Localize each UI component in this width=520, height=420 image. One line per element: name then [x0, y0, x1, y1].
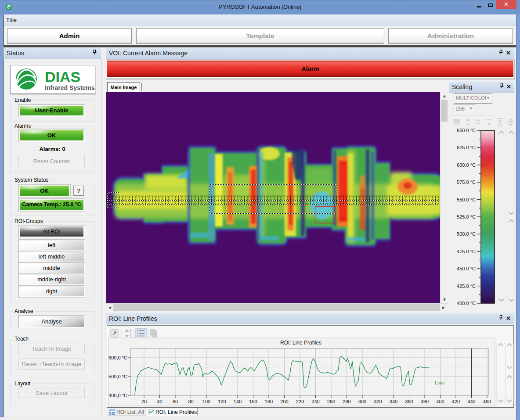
svg-text:220: 220: [296, 399, 304, 404]
svg-text:400,0 °C: 400,0 °C: [108, 393, 127, 398]
svg-text:DIAS: DIAS: [45, 68, 80, 85]
svg-text:200: 200: [280, 399, 288, 404]
svg-text:140: 140: [234, 399, 242, 404]
svg-text:420: 420: [452, 399, 460, 404]
svg-text:Linie: Linie: [435, 380, 445, 385]
svg-text:650.0 °C: 650.0 °C: [457, 128, 476, 133]
svg-text:440: 440: [467, 399, 475, 404]
svg-text:475.0 °C: 475.0 °C: [457, 249, 476, 254]
svg-text:60: 60: [173, 399, 178, 404]
svg-text:280: 280: [343, 399, 350, 404]
svg-text:500.0 °C: 500.0 °C: [457, 231, 476, 237]
svg-text:400.0 °C: 400.0 °C: [457, 301, 476, 306]
svg-text:625.0 °C: 625.0 °C: [457, 145, 476, 150]
svg-text:450.0 °C: 450.0 °C: [457, 266, 476, 271]
svg-text:40: 40: [157, 399, 162, 404]
svg-text:340: 340: [390, 399, 397, 404]
svg-text:Infrared Systems: Infrared Systems: [45, 84, 95, 91]
svg-text:240: 240: [311, 399, 319, 404]
svg-text:500,0 °C: 500,0 °C: [108, 374, 127, 379]
svg-text:600.0 °C: 600.0 °C: [457, 162, 476, 168]
svg-text:20: 20: [141, 399, 147, 404]
svg-text:525.0 °C: 525.0 °C: [457, 214, 476, 219]
svg-text:460: 460: [483, 399, 491, 404]
svg-text:300: 300: [358, 399, 366, 404]
svg-text:160: 160: [249, 399, 257, 404]
svg-text:80: 80: [188, 399, 193, 404]
svg-text:575.0 °C: 575.0 °C: [457, 179, 476, 185]
svg-text:260: 260: [327, 399, 335, 404]
svg-text:425.0 °C: 425.0 °C: [457, 284, 476, 289]
svg-text:600,0 °C: 600,0 °C: [108, 355, 127, 360]
svg-text:360: 360: [405, 399, 413, 404]
svg-text:550.0 °C: 550.0 °C: [457, 197, 476, 202]
svg-text:320: 320: [374, 399, 382, 404]
svg-text:380: 380: [421, 399, 429, 404]
svg-text:400: 400: [436, 399, 444, 404]
svg-text:100: 100: [202, 399, 210, 404]
svg-text:120: 120: [218, 399, 226, 404]
svg-text:180: 180: [265, 399, 273, 404]
